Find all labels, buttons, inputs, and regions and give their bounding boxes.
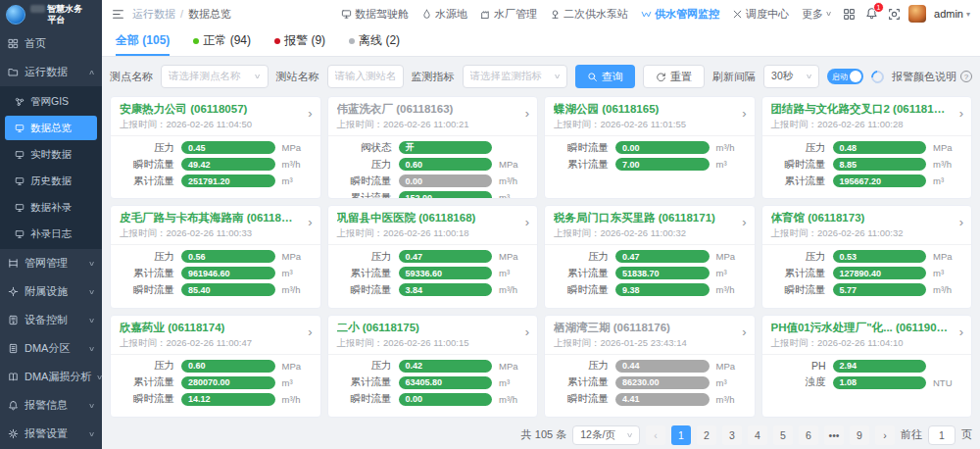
- sidebar-item-supplement-log[interactable]: 补录日志: [0, 221, 102, 247]
- metric-unit: m³/h: [282, 159, 312, 170]
- station-card[interactable]: 伟蓝洗衣厂 (06118163)上报时间：2026-02-26 11:00:21…: [327, 96, 539, 199]
- chevron-right-icon[interactable]: ›: [525, 325, 529, 338]
- search-button[interactable]: 查询: [575, 65, 635, 88]
- tab-offline[interactable]: 离线 (2): [349, 27, 400, 56]
- page-size-select[interactable]: 12条/页∨: [572, 425, 640, 445]
- page-button-6[interactable]: 6: [799, 425, 818, 445]
- page-button-5[interactable]: 5: [773, 425, 793, 445]
- metric-select[interactable]: 请选择监测指标 ∨: [463, 65, 568, 88]
- chevron-right-icon[interactable]: ›: [742, 107, 746, 120]
- metric-label: 压力: [337, 359, 392, 373]
- monitor-icon: [15, 229, 24, 239]
- metric-bar: 0.60: [399, 158, 493, 171]
- metric-unit: MPa: [282, 361, 312, 372]
- submenu-run-data: 管网GIS数据总览实时数据历史数据数据补录补录日志: [0, 86, 102, 249]
- nav-item-dispatch-center[interactable]: 调度中心: [732, 7, 789, 22]
- nav-item-water-plant[interactable]: 水厂管理: [480, 7, 537, 22]
- alarm-color-legend-link[interactable]: 报警颜色说明 ?: [892, 70, 972, 84]
- sidebar-item-realtime-data[interactable]: 实时数据: [0, 141, 102, 168]
- page-button-9[interactable]: 9: [850, 425, 869, 445]
- chevron-right-icon[interactable]: ›: [308, 216, 312, 228]
- station-card[interactable]: 税务局门口东买里路 (06118171)上报时间：2026-02-26 11:0…: [544, 205, 756, 308]
- refresh-interval-select[interactable]: 30秒 ∨: [763, 65, 819, 88]
- page-button-3[interactable]: 3: [722, 425, 742, 445]
- sidebar-item-facilities[interactable]: 附属设施∨: [0, 277, 102, 306]
- sidebar-item-dma-leak[interactable]: DMA漏损分析∨: [0, 363, 102, 391]
- metric-unit: m³: [716, 377, 746, 388]
- nav-item-more[interactable]: 更多∨: [802, 7, 831, 22]
- metric-label: 累计流量: [554, 267, 609, 280]
- nav-item-data-cockpit[interactable]: 数据驾驶舱: [341, 7, 409, 22]
- station-card[interactable]: 皮毛厂路与卡布其海路南 (06118167)上报时间：2026-02-26 11…: [110, 205, 321, 308]
- chevron-right-icon[interactable]: ›: [308, 107, 312, 120]
- next-page-button[interactable]: ›: [875, 425, 895, 445]
- station-card[interactable]: 欣嘉药业 (06118174)上报时间：2026-02-26 11:00:47›…: [110, 315, 321, 418]
- station-card[interactable]: 体育馆 (06118173)上报时间：2026-02-26 11:00:32›压…: [761, 205, 973, 308]
- chevron-right-icon[interactable]: ›: [742, 216, 746, 228]
- sidebar-item-alarm-info[interactable]: 报警信息∨: [0, 391, 102, 420]
- nav-item-water-source[interactable]: 水源地: [421, 7, 467, 22]
- user-menu[interactable]: admin▾: [934, 8, 970, 20]
- metric-bar: 59336.60: [399, 267, 493, 279]
- sidebar-item-data-overview[interactable]: 数据总览: [5, 116, 97, 140]
- bell-icon: [8, 400, 19, 411]
- site-name-select[interactable]: 请选择测点名称 ∨: [161, 65, 269, 88]
- sidebar-item-device-control[interactable]: 设备控制∨: [0, 306, 102, 334]
- station-card[interactable]: PH值01污水处理厂"化... (06119003)上报时间：2026-02-2…: [761, 315, 973, 418]
- tab-alarm[interactable]: 报警 (9): [274, 27, 325, 56]
- page-button-•••[interactable]: •••: [824, 425, 844, 445]
- station-card[interactable]: 栖湖湾三期 (06118176)上报时间：2026-01-25 23:43:14…: [544, 315, 756, 418]
- tab-all[interactable]: 全部 (105): [116, 27, 170, 56]
- chevron-right-icon[interactable]: ›: [742, 325, 746, 338]
- avatar[interactable]: [908, 5, 926, 23]
- chevron-down-icon: ∨: [96, 374, 102, 381]
- station-card[interactable]: 安康热力公司 (06118057)上报时间：2026-02-26 11:04:5…: [110, 96, 321, 199]
- nav-item-secondary-pump[interactable]: 二次供水泵站: [550, 7, 628, 22]
- chevron-right-icon[interactable]: ›: [525, 107, 529, 120]
- apps-grid-icon[interactable]: [843, 7, 856, 21]
- metric-row: 压力0.48MPa: [771, 141, 963, 154]
- sidebar-item-run-data[interactable]: 运行数据∧: [0, 58, 102, 86]
- prev-page-button[interactable]: ‹: [646, 425, 665, 445]
- collapse-sidebar-icon[interactable]: [112, 8, 124, 21]
- reset-button[interactable]: 重置: [643, 65, 705, 88]
- page-button-4[interactable]: 4: [748, 425, 767, 445]
- metric-unit: MPa: [499, 361, 528, 372]
- notifications-button[interactable]: 1: [865, 7, 878, 20]
- chevron-down-icon: ∨: [825, 10, 832, 18]
- tab-normal[interactable]: 正常 (94): [193, 27, 251, 56]
- sidebar-item-dma-zone[interactable]: DMA分区∨: [0, 334, 102, 363]
- station-card[interactable]: 蝶湖公园 (06118165)上报时间：2026-02-26 11:01:55›…: [544, 96, 756, 199]
- station-card[interactable]: 二小 (06118175)上报时间：2026-02-26 11:00:15›压力…: [327, 315, 539, 418]
- chevron-right-icon[interactable]: ›: [959, 325, 963, 338]
- sidebar-item-history-data[interactable]: 历史数据: [0, 168, 102, 194]
- station-card[interactable]: 团结路与文化路交叉口2 (06118166)上报时间：2026-02-26 11…: [761, 96, 973, 199]
- station-card[interactable]: 巩留县中医医院 (06118168)上报时间：2026-02-26 11:00:…: [327, 205, 539, 308]
- chevron-right-icon[interactable]: ›: [959, 216, 963, 228]
- metric-label: 瞬时流量: [771, 158, 826, 172]
- chevron-right-icon[interactable]: ›: [959, 107, 963, 120]
- sidebar-item-pipe-mgmt[interactable]: 管网管理∨: [0, 249, 102, 277]
- auto-refresh-toggle[interactable]: 启动: [827, 69, 863, 84]
- chevron-right-icon[interactable]: ›: [525, 216, 529, 228]
- metric-row: 瞬时流量0.00m³/h: [554, 141, 746, 154]
- chevron-right-icon[interactable]: ›: [308, 325, 312, 338]
- page-button-2[interactable]: 2: [697, 425, 716, 445]
- sidebar-item-home[interactable]: 首页: [0, 29, 102, 58]
- metric-row: 累计流量195667.20m³: [771, 175, 963, 187]
- sidebar-item-alarm-setting[interactable]: 报警设置∨: [0, 420, 102, 448]
- sidebar-item-pipe-gis[interactable]: 管网GIS: [0, 88, 102, 115]
- metric-row: 瞬时流量5.77m³/h: [771, 283, 963, 296]
- question-icon: ?: [960, 71, 972, 82]
- top-nav: 数据驾驶舱水源地水厂管理二次供水泵站供水管网监控调度中心更多∨: [341, 7, 831, 22]
- metric-row: 累计流量127890.40m³: [771, 267, 963, 279]
- sidebar-item-data-supplement[interactable]: 数据补录: [0, 194, 102, 221]
- goto-page-input[interactable]: 1: [928, 425, 956, 445]
- nav-item-supply-network-monitor[interactable]: 供水管网监控: [641, 7, 719, 22]
- wave-icon: [641, 9, 652, 20]
- chevron-down-icon: ∨: [88, 345, 95, 353]
- fullscreen-aim-icon[interactable]: [888, 7, 901, 21]
- page-button-1[interactable]: 1: [671, 425, 691, 445]
- station-name-input[interactable]: 请输入测站名称: [327, 65, 404, 88]
- brand: 智慧水务 平台: [0, 0, 102, 29]
